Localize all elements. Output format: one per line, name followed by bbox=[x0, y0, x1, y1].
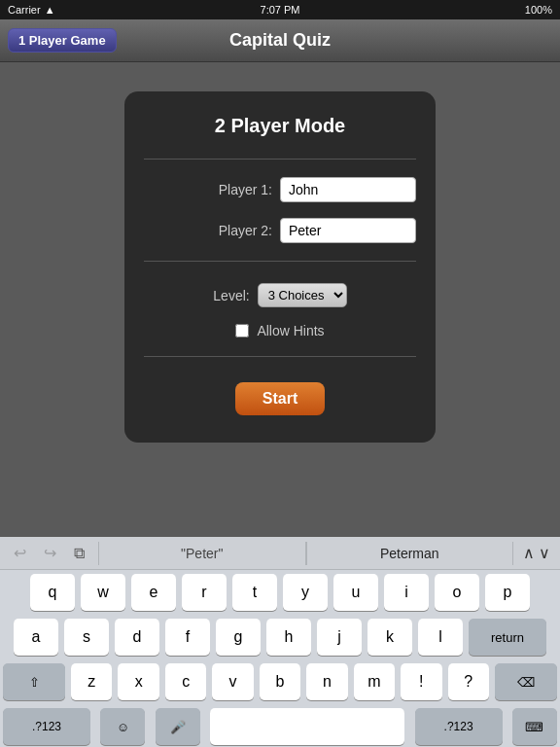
key-r[interactable]: r bbox=[182, 574, 227, 611]
key-e[interactable]: e bbox=[131, 574, 176, 611]
player1-label: Player 1: bbox=[210, 182, 272, 197]
divider-bottom bbox=[144, 356, 416, 357]
key-d[interactable]: d bbox=[115, 619, 159, 656]
key-n[interactable]: n bbox=[306, 663, 347, 700]
space-key[interactable] bbox=[210, 708, 404, 745]
key-w[interactable]: w bbox=[81, 574, 125, 611]
num-switch-left[interactable]: .?123 bbox=[3, 708, 90, 745]
carrier-label: Carrier bbox=[8, 4, 41, 16]
key-t[interactable]: t bbox=[232, 574, 277, 611]
key-row-4: .?123 ☺ 🎤 .?123 ⌨ bbox=[3, 708, 557, 745]
key-question[interactable]: ? bbox=[448, 663, 489, 700]
nav-title: Capital Quiz bbox=[229, 30, 331, 51]
delete-key[interactable]: ⌫ bbox=[495, 663, 557, 700]
card-title: 2 Player Mode bbox=[215, 115, 346, 137]
key-y[interactable]: y bbox=[283, 574, 328, 611]
num-switch-right[interactable]: .?123 bbox=[415, 708, 503, 745]
allow-hints-label: Allow Hints bbox=[257, 323, 324, 338]
back-button[interactable]: 1 Player Game bbox=[8, 28, 117, 53]
emoji-key[interactable]: ☺ bbox=[100, 708, 145, 745]
key-x[interactable]: x bbox=[118, 663, 158, 700]
key-h[interactable]: h bbox=[266, 619, 311, 656]
hints-row: Allow Hints bbox=[144, 323, 416, 338]
paste-icon[interactable]: ⧉ bbox=[70, 541, 88, 566]
key-z[interactable]: z bbox=[71, 663, 112, 700]
player1-input[interactable] bbox=[280, 177, 416, 202]
key-b[interactable]: b bbox=[260, 663, 300, 700]
player2-label: Player 2: bbox=[210, 223, 272, 238]
keyboard-area: ↩ ↪ ⧉ "Peter" Peterman ∧ ∨ q w e r t y u… bbox=[0, 537, 560, 747]
toolbar-icons: ↩ ↪ ⧉ bbox=[0, 540, 98, 566]
key-k[interactable]: k bbox=[368, 619, 412, 656]
start-button[interactable]: Start bbox=[235, 382, 325, 415]
clock: 7:07 PM bbox=[261, 4, 300, 16]
key-g[interactable]: g bbox=[216, 619, 261, 656]
arrow-icons: ∧ ∨ bbox=[513, 544, 560, 562]
autocomplete-suggestions: "Peter" Peterman bbox=[98, 542, 513, 565]
level-row: Level: 2 Choices 3 Choices 4 Choices bbox=[144, 283, 416, 307]
level-select[interactable]: 2 Choices 3 Choices 4 Choices bbox=[258, 283, 347, 307]
suggestion-peterman[interactable]: Peterman bbox=[306, 542, 514, 565]
key-row-1: q w e r t y u i o p bbox=[3, 574, 557, 611]
player2-input[interactable] bbox=[280, 218, 416, 243]
key-o[interactable]: o bbox=[435, 574, 479, 611]
redo-icon[interactable]: ↪ bbox=[40, 540, 60, 566]
mic-key[interactable]: 🎤 bbox=[156, 708, 200, 745]
keyboard-keys: q w e r t y u i o p a s d f g h j k l re… bbox=[0, 570, 560, 747]
undo-icon[interactable]: ↩ bbox=[10, 540, 30, 566]
allow-hints-checkbox[interactable] bbox=[235, 324, 249, 338]
card: 2 Player Mode Player 1: Player 2: Level:… bbox=[124, 91, 436, 443]
wifi-icon: ▲ bbox=[45, 4, 55, 16]
divider-mid bbox=[144, 261, 416, 262]
divider-top bbox=[144, 159, 416, 160]
key-row-2: a s d f g h j k l return bbox=[3, 619, 557, 656]
key-u[interactable]: u bbox=[333, 574, 378, 611]
key-s[interactable]: s bbox=[64, 619, 109, 656]
return-key[interactable]: return bbox=[469, 619, 546, 656]
key-row-3: ⇧ z x c v b n m ! ? ⌫ bbox=[3, 663, 557, 700]
cursor-down-button[interactable]: ∨ bbox=[539, 544, 550, 562]
status-bar: Carrier ▲ 7:07 PM 100% bbox=[0, 0, 560, 19]
level-label: Level: bbox=[213, 288, 249, 303]
key-c[interactable]: c bbox=[165, 663, 206, 700]
battery-label: 100% bbox=[525, 4, 552, 16]
key-m[interactable]: m bbox=[354, 663, 395, 700]
key-v[interactable]: v bbox=[212, 663, 253, 700]
key-i[interactable]: i bbox=[384, 574, 429, 611]
key-a[interactable]: a bbox=[14, 619, 58, 656]
key-f[interactable]: f bbox=[165, 619, 210, 656]
shift-key[interactable]: ⇧ bbox=[3, 663, 65, 700]
key-q[interactable]: q bbox=[30, 574, 75, 611]
suggestion-peter-quoted[interactable]: "Peter" bbox=[98, 542, 306, 565]
cursor-up-button[interactable]: ∧ bbox=[523, 544, 535, 562]
key-p[interactable]: p bbox=[485, 574, 530, 611]
player2-row: Player 2: bbox=[144, 218, 416, 243]
key-j[interactable]: j bbox=[317, 619, 362, 656]
autocomplete-bar: ↩ ↪ ⧉ "Peter" Peterman ∧ ∨ bbox=[0, 537, 560, 570]
key-l[interactable]: l bbox=[418, 619, 463, 656]
key-exclaim[interactable]: ! bbox=[401, 663, 441, 700]
nav-bar: 1 Player Game Capital Quiz bbox=[0, 19, 560, 62]
keyboard-hide-key[interactable]: ⌨ bbox=[512, 708, 557, 745]
player1-row: Player 1: bbox=[144, 177, 416, 202]
main-content: 2 Player Mode Player 1: Player 2: Level:… bbox=[0, 62, 560, 537]
